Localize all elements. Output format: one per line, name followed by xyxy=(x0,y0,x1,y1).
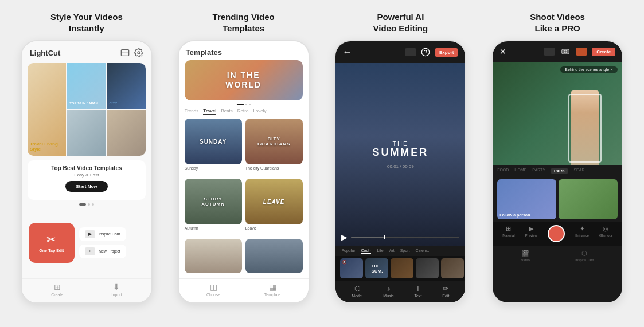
content-item-2[interactable] xyxy=(559,179,618,219)
nav-choose[interactable]: ◫ Choose xyxy=(206,282,220,297)
new-project-button[interactable]: + New Project xyxy=(79,245,126,258)
cat-home[interactable]: HOME xyxy=(514,168,526,174)
start-button[interactable]: Start Now xyxy=(65,181,107,192)
filter-life[interactable]: Life xyxy=(377,249,383,254)
templates-header: Templates xyxy=(179,41,309,60)
sunday-name: Sunday xyxy=(185,166,242,170)
filter-sport[interactable]: Sport xyxy=(400,249,410,254)
model-label: Model xyxy=(352,294,362,298)
thumb-extra1[interactable] xyxy=(185,239,242,273)
material-icon: ⊞ xyxy=(506,225,511,233)
template-autumn: STORYAUTUMN Autumn xyxy=(185,179,242,235)
phone-mockup-1: LightCut TOP 10 IN JAPAN Travel Living S… xyxy=(21,40,153,304)
grid-icon-4[interactable] xyxy=(544,48,555,56)
tool-text[interactable]: T Text xyxy=(415,285,422,298)
cat-party[interactable]: PARTY xyxy=(532,168,545,174)
help-icon[interactable] xyxy=(421,48,430,57)
thumb-sunday[interactable]: SUNDAY xyxy=(185,119,242,164)
rec-circle[interactable] xyxy=(548,225,565,242)
timeline: 🔇 THESUM. xyxy=(335,256,465,281)
feature-card-4: Shoot VideosLike a PRO ✕ Create Behind t… xyxy=(482,11,633,304)
one-tap-edit-button[interactable]: ✂ One-Tap Edit xyxy=(29,223,75,263)
tool-music[interactable]: ♪ Music xyxy=(383,285,393,298)
nav-create-label: Create xyxy=(51,293,63,297)
content-item-1[interactable]: Follow a person xyxy=(497,179,556,219)
progress-fill xyxy=(351,237,384,238)
template-icon: ▦ xyxy=(269,282,276,291)
nav-video[interactable]: 🎬 Video xyxy=(521,250,530,262)
bottom-nav-2: ◫ Choose ▦ Template xyxy=(179,278,309,302)
back-button[interactable]: ← xyxy=(342,47,352,57)
timeline-item-5[interactable] xyxy=(441,258,464,278)
timeline-item-1[interactable]: 🔇 xyxy=(340,258,363,278)
nav-import[interactable]: ⬇ Import xyxy=(111,282,122,297)
timeline-item-4[interactable] xyxy=(416,258,439,278)
tab-lovely[interactable]: Lovely xyxy=(253,108,266,115)
filter-cool[interactable]: Cool↑ xyxy=(361,249,372,254)
filter-popular[interactable]: Popular xyxy=(341,249,355,254)
phone-mockup-3: ← Export THE SUMMER 00:01 / 00:59 ▶ xyxy=(334,40,466,304)
banner-sub: Easy & Fast xyxy=(33,172,140,178)
phone3-top-bar: ← Export xyxy=(335,41,465,63)
cat-search[interactable]: SEAR... xyxy=(573,168,588,174)
create-icon: ⊞ xyxy=(54,282,61,291)
settings-icon[interactable] xyxy=(134,48,143,57)
progress-bar[interactable] xyxy=(351,237,459,238)
inspire-cam-button[interactable]: ▶ Inspire Cam xyxy=(79,227,126,241)
grid-icon[interactable] xyxy=(405,48,416,56)
play-bar: ▶ xyxy=(341,233,459,242)
create-button[interactable]: Create xyxy=(592,48,615,56)
thumb-autumn[interactable]: STORYAUTUMN xyxy=(185,179,242,224)
close-button[interactable]: ✕ xyxy=(499,47,506,56)
tool-model[interactable]: ⬡ Model xyxy=(352,285,362,298)
cat-park[interactable]: PARK xyxy=(551,168,568,174)
photo-cell-3: CITY xyxy=(107,63,146,109)
material-label: Material xyxy=(502,234,514,237)
photo-cell-1: TOP 10 IN JAPAN xyxy=(67,63,106,109)
tool-preview[interactable]: ▶ Preview xyxy=(525,225,537,242)
cat-food[interactable]: FOOD xyxy=(497,168,509,174)
preview-bg xyxy=(493,62,622,165)
tab-travel[interactable]: Travel xyxy=(203,108,216,115)
thumb-city[interactable]: CITY GUARDIANS xyxy=(245,119,303,164)
filter-cinema[interactable]: Cinem... xyxy=(415,249,430,254)
thumb-leave[interactable]: LEAVE xyxy=(245,179,303,224)
filter-tabs: Popular Cool↑ Life Art Sport Cinem... xyxy=(335,246,465,256)
tab-retro[interactable]: Retro xyxy=(237,108,249,115)
phone-mockup-4: ✕ Create Behind the scenes angle × xyxy=(491,40,623,304)
inbox-icon[interactable] xyxy=(120,48,130,57)
hero-text: IN THEWORLD xyxy=(225,70,261,90)
tool-edit[interactable]: ✏ Edit xyxy=(442,285,449,298)
feature-title-2: Trending VideoTemplates xyxy=(213,11,275,34)
play-button[interactable]: ▶ xyxy=(341,233,348,242)
text-label: Text xyxy=(415,294,422,298)
tap-edit-label: One-Tap Edit xyxy=(39,249,64,253)
tool-enhance[interactable]: ✦ Enhance xyxy=(575,225,589,242)
export-button[interactable]: Export xyxy=(435,48,458,57)
nav-import-label: Import xyxy=(111,293,122,297)
camera-flip-icon[interactable] xyxy=(560,48,571,56)
indicator-dot-3 xyxy=(249,104,251,105)
filter-art[interactable]: Art xyxy=(389,249,395,254)
timeline-item-2[interactable]: THESUM. xyxy=(365,258,388,278)
thumb-extra2[interactable] xyxy=(245,239,303,273)
scene-close-icon[interactable]: × xyxy=(611,68,613,72)
record-button[interactable] xyxy=(548,225,565,242)
dot-2 xyxy=(88,203,90,206)
dot-1 xyxy=(79,203,86,206)
nav-template[interactable]: ▦ Template xyxy=(264,282,280,297)
tab-trends[interactable]: Trends xyxy=(185,108,199,115)
hero-indicator xyxy=(179,104,309,105)
nav-inspire-cam[interactable]: ⬡ Inspire Cam xyxy=(575,250,594,262)
title-the: THE xyxy=(372,140,428,147)
template-hero: IN THEWORLD xyxy=(185,60,303,100)
tool-glamour[interactable]: ◎ Glamour xyxy=(599,225,612,242)
timeline-item-3[interactable] xyxy=(391,258,413,278)
tool-material[interactable]: ⊞ Material xyxy=(502,225,514,242)
nav-create[interactable]: ⊞ Create xyxy=(51,282,63,297)
new-project-icon: + xyxy=(85,247,95,255)
tab-beats[interactable]: Beats xyxy=(221,108,232,115)
record-indicator xyxy=(576,48,587,56)
city-name: The city Guardians xyxy=(245,166,303,170)
enhance-label: Enhance xyxy=(575,234,589,237)
